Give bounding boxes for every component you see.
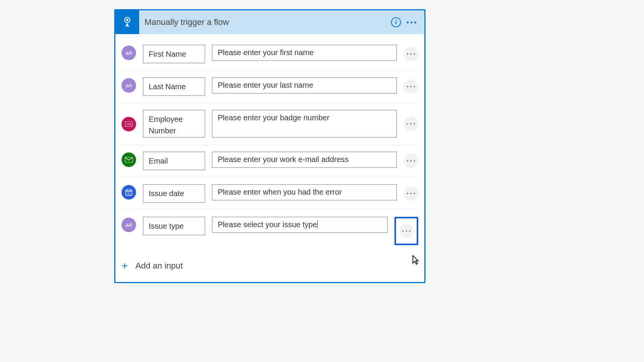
card-title: Manually trigger a flow — [139, 17, 388, 27]
ellipsis-icon — [407, 193, 415, 194]
plus-icon: + — [122, 260, 128, 271]
row-menu-button[interactable] — [404, 47, 418, 61]
input-row: 21 Issue date Please enter when you had … — [122, 177, 418, 210]
text-type-icon: aA — [122, 46, 136, 60]
svg-text:123: 123 — [126, 123, 131, 126]
email-type-icon — [122, 152, 136, 167]
input-description-field[interactable]: Please enter your work e-mail address — [212, 152, 397, 168]
ellipsis-icon — [407, 86, 415, 87]
input-name-field[interactable]: Issue date — [143, 184, 205, 203]
add-input-label: Add an input — [135, 261, 183, 271]
ellipsis-icon — [407, 160, 415, 162]
input-description-field[interactable]: Please select your issue type — [212, 217, 388, 233]
input-name-field[interactable]: Email — [143, 152, 205, 170]
card-menu-button[interactable] — [404, 15, 419, 30]
svg-text:21: 21 — [127, 192, 130, 195]
text-type-icon: aA — [122, 218, 136, 232]
input-row: aA Last Name Please enter your last name — [122, 70, 418, 103]
ellipsis-icon — [407, 53, 415, 55]
input-description-field[interactable]: Please enter your badge number — [212, 110, 397, 138]
date-type-icon: 21 — [122, 185, 136, 200]
input-row: 123 Employee Number Please enter your ba… — [122, 103, 418, 145]
input-name-field[interactable]: Issue type — [143, 217, 205, 235]
row-menu-button[interactable] — [404, 79, 418, 94]
input-name-field[interactable]: Last Name — [143, 77, 205, 96]
inputs-list: aA First Name Please enter your first na… — [115, 34, 424, 252]
input-row: aA First Name Please enter your first na… — [122, 38, 418, 70]
info-button[interactable]: i — [388, 15, 404, 30]
input-name-field[interactable]: Employee Number — [143, 110, 205, 138]
row-menu-button[interactable] — [404, 186, 418, 201]
trigger-card: Manually trigger a flow i aA First Name … — [114, 9, 426, 283]
row-menu-button[interactable] — [404, 154, 418, 168]
ellipsis-icon — [407, 123, 415, 124]
input-description-field[interactable]: Please enter your first name — [212, 45, 397, 61]
text-type-icon: aA — [122, 78, 136, 93]
input-name-field[interactable]: First Name — [143, 45, 205, 63]
row-menu-button[interactable] — [399, 224, 414, 238]
trigger-icon — [115, 10, 139, 34]
row-menu-button[interactable] — [404, 116, 418, 131]
info-icon: i — [391, 17, 401, 27]
input-row: Email Please enter your work e-mail addr… — [122, 145, 418, 177]
input-row: aA Issue type Please select your issue t… — [122, 210, 418, 252]
input-description-field[interactable]: Please enter when you had the error — [212, 184, 397, 200]
ellipsis-icon — [407, 21, 416, 23]
svg-point-1 — [126, 19, 128, 21]
highlighted-menu — [394, 217, 418, 245]
card-header: Manually trigger a flow i — [115, 10, 424, 34]
ellipsis-icon — [402, 230, 411, 232]
input-description-field[interactable]: Please enter your last name — [212, 77, 397, 93]
number-type-icon: 123 — [122, 117, 136, 131]
add-input-button[interactable]: + Add an input — [115, 252, 424, 282]
